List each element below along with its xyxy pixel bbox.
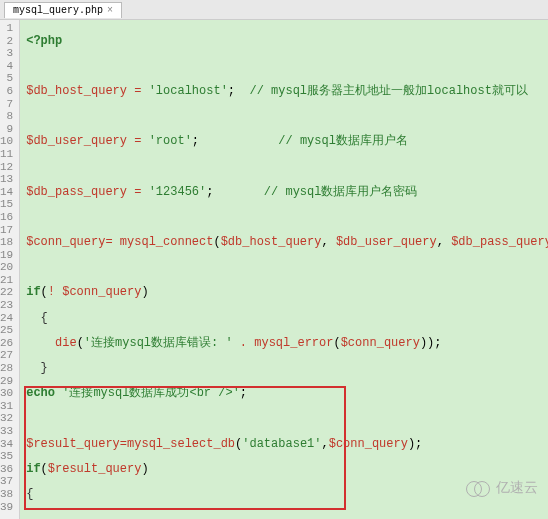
line-number: 29 xyxy=(0,375,13,388)
line-number: 20 xyxy=(0,261,13,274)
line-number: 38 xyxy=(0,488,13,501)
comment: // mysql服务器主机地址一般加localhost就可以 xyxy=(235,84,528,98)
line-number: 19 xyxy=(0,249,13,262)
line-number: 25 xyxy=(0,324,13,337)
line-number: 26 xyxy=(0,337,13,350)
line-number: 7 xyxy=(0,98,13,111)
line-number: 2 xyxy=(0,35,13,48)
line-number: 31 xyxy=(0,400,13,413)
line-number: 17 xyxy=(0,224,13,237)
line-gutter: 1234567891011121314151617181920212223242… xyxy=(0,20,20,519)
var: $db_host_query xyxy=(26,84,127,98)
line-number: 27 xyxy=(0,349,13,362)
line-number: 39 xyxy=(0,501,13,514)
line-number: 8 xyxy=(0,110,13,123)
line-number: 10 xyxy=(0,135,13,148)
line-number: 5 xyxy=(0,72,13,85)
tab-filename: mysql_query.php xyxy=(13,5,103,16)
line-number: 37 xyxy=(0,475,13,488)
line-number: 11 xyxy=(0,148,13,161)
line-number: 22 xyxy=(0,286,13,299)
php-open: <?php xyxy=(26,34,62,48)
line-number: 15 xyxy=(0,198,13,211)
line-number: 32 xyxy=(0,412,13,425)
code-editor: 1234567891011121314151617181920212223242… xyxy=(0,20,548,519)
code-area[interactable]: <?php $db_host_query = 'localhost'; // m… xyxy=(20,20,548,519)
line-number: 33 xyxy=(0,425,13,438)
line-number: 3 xyxy=(0,47,13,60)
line-number: 4 xyxy=(0,60,13,73)
line-number: 13 xyxy=(0,173,13,186)
line-number: 21 xyxy=(0,274,13,287)
line-number: 36 xyxy=(0,463,13,476)
line-number: 28 xyxy=(0,362,13,375)
tab-bar: mysql_query.php × xyxy=(0,0,548,20)
line-number: 23 xyxy=(0,299,13,312)
line-number: 14 xyxy=(0,186,13,199)
line-number: 12 xyxy=(0,161,13,174)
line-number: 1 xyxy=(0,22,13,35)
line-number: 6 xyxy=(0,85,13,98)
line-number: 9 xyxy=(0,123,13,136)
line-number: 30 xyxy=(0,387,13,400)
file-tab[interactable]: mysql_query.php × xyxy=(4,2,122,18)
line-number: 34 xyxy=(0,438,13,451)
close-icon[interactable]: × xyxy=(107,5,113,16)
line-number: 16 xyxy=(0,211,13,224)
line-number: 35 xyxy=(0,450,13,463)
line-number: 18 xyxy=(0,236,13,249)
line-number: 24 xyxy=(0,312,13,325)
